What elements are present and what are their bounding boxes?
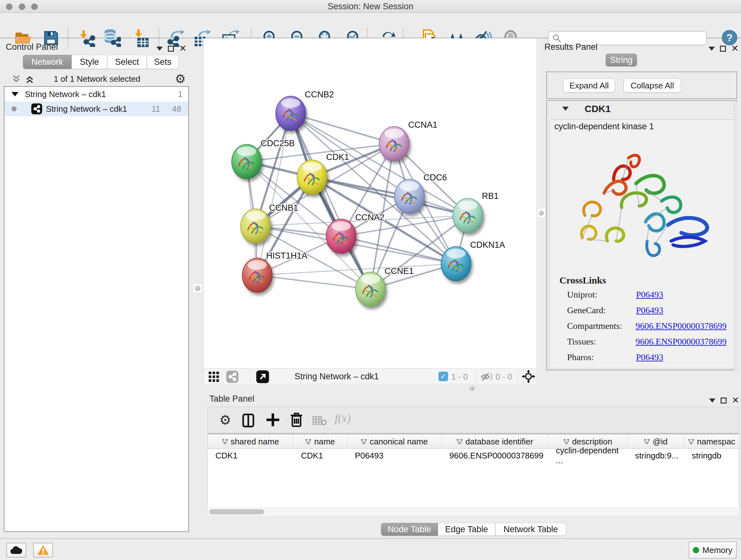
column-type-icon: [456, 439, 463, 444]
panel-float-icon[interactable]: [168, 46, 174, 52]
results-scrollbar[interactable]: [734, 102, 737, 370]
graph-edge[interactable]: [291, 113, 394, 144]
tab-network[interactable]: Network: [23, 55, 71, 69]
cloud-icon: [10, 546, 23, 555]
panel-close-icon[interactable]: ✕: [179, 44, 186, 53]
graph-node-hist1h1a[interactable]: [242, 258, 272, 293]
crosslink-link[interactable]: P06493: [636, 290, 664, 300]
panel-close-icon[interactable]: ✕: [731, 44, 738, 53]
main-toolbar: ?: [0, 13, 741, 38]
graph-node-label: CDKN1A: [470, 240, 505, 250]
memory-button[interactable]: Memory: [689, 542, 737, 559]
pan-crosshair-icon[interactable]: [522, 370, 535, 383]
table-cell[interactable]: CDK1: [293, 449, 347, 462]
protein-description: cyclin-dependent kinase 1: [554, 122, 654, 132]
tab-edge-table[interactable]: Edge Table: [438, 523, 495, 536]
network-status-dot: [11, 106, 17, 111]
column-header-database-identifier[interactable]: database identifier: [442, 434, 548, 449]
control-panel: Control Panel ✕ Network Style Select Set…: [3, 40, 192, 535]
warnings-button[interactable]: [33, 543, 53, 557]
crosslink-row: Tissues:9606.ENSP00000378699: [567, 336, 727, 347]
crosslink-link[interactable]: P06493: [636, 352, 664, 362]
collapse-all-button[interactable]: Collapse All: [623, 78, 681, 92]
network-edge-count: 48: [172, 104, 181, 114]
table-cell[interactable]: P06493: [347, 449, 442, 462]
table-columns-icon[interactable]: [242, 414, 254, 428]
table-horizontal-scrollbar[interactable]: [208, 508, 738, 515]
crosslink-link[interactable]: 9606.ENSP00000378699: [636, 336, 727, 347]
scrollbar-thumb[interactable]: [209, 509, 264, 514]
cloud-button[interactable]: [6, 543, 26, 557]
panel-collapse-icon[interactable]: [709, 47, 715, 51]
column-header-name[interactable]: name: [293, 434, 347, 449]
function-builder-icon-disabled: f(x): [335, 412, 351, 425]
table-cell[interactable]: stringdb: [684, 449, 739, 462]
crosslink-link[interactable]: P06493: [636, 305, 664, 315]
table-cell[interactable]: stringdb:9...: [627, 449, 684, 462]
graph-node-cdc6[interactable]: [394, 179, 424, 213]
graph-edge[interactable]: [291, 113, 370, 289]
collection-expand-icon[interactable]: [11, 92, 18, 97]
graph-node-label: CCNB2: [305, 90, 334, 99]
tab-network-table[interactable]: Network Table: [495, 523, 566, 536]
tab-node-table[interactable]: Node Table: [381, 523, 438, 536]
network-collection-row[interactable]: String Network – cdk1 1: [4, 87, 188, 102]
results-panel: Results Panel ✕ String Expand All Collap…: [542, 40, 741, 372]
left-splitter-handle[interactable]: [193, 284, 202, 293]
tab-sets[interactable]: Sets: [147, 55, 179, 69]
results-buttons-box: Expand All Collapse All: [546, 71, 737, 99]
panel-close-icon[interactable]: ✕: [732, 396, 739, 405]
column-header-canonical-name[interactable]: canonical name: [347, 434, 442, 449]
network-share-icon: [31, 104, 42, 114]
column-header--id[interactable]: @id: [627, 434, 684, 449]
network-canvas[interactable]: CCNB2CCNA1CDC25BCDK1CDC6RB1CCNB1CCNA2CDK…: [203, 38, 536, 368]
network-view-toolbar: String Network – cdk1 ✓ 1 - 0 0 - 0: [203, 368, 536, 384]
graph-node-ccnb1[interactable]: [241, 209, 271, 243]
network-birdseye-share-icon[interactable]: [226, 371, 239, 383]
column-header-namespac[interactable]: namespac: [684, 434, 739, 449]
crosslink-link[interactable]: 9606.ENSP00000378699: [636, 321, 727, 331]
graph-node-rb1[interactable]: [453, 198, 483, 233]
graph-node-ccnb2[interactable]: [276, 96, 306, 131]
panel-float-icon[interactable]: [720, 46, 726, 52]
detach-view-icon[interactable]: [256, 370, 269, 383]
crosslink-label: Compartments:: [567, 321, 636, 331]
grid-view-icon[interactable]: [208, 371, 219, 382]
graph-node-ccna1[interactable]: [379, 126, 409, 161]
selected-checkbox-icon[interactable]: ✓: [439, 372, 448, 381]
bottom-splitter-handle[interactable]: [469, 386, 475, 391]
table-cell[interactable]: cyclin-dependent ...: [548, 449, 627, 462]
graph-node-cdkn1a[interactable]: [441, 246, 471, 281]
network-selected-status: 1 of 1 Network selected: [3, 74, 192, 84]
crosslinks-title: CrossLinks: [559, 275, 606, 286]
panel-collapse-icon[interactable]: [156, 47, 163, 51]
network-row[interactable]: String Network – cdk1 11 48: [4, 102, 188, 116]
graph-node-ccne1[interactable]: [355, 272, 386, 307]
table-cell[interactable]: 9606.ENSP00000378699: [442, 449, 548, 462]
table-cell[interactable]: CDK1: [208, 449, 293, 462]
delete-table-icon-disabled: [313, 415, 327, 426]
graph-node-ccna2[interactable]: [326, 219, 356, 253]
graph-node-label: HIST1H1A: [266, 251, 307, 260]
tab-string[interactable]: String: [606, 54, 637, 66]
graph-node-cdk1[interactable]: [297, 160, 327, 194]
column-header-shared-name[interactable]: shared name: [208, 434, 293, 449]
expand-all-button[interactable]: Expand All: [563, 78, 615, 92]
table-add-icon[interactable]: [266, 413, 280, 427]
tab-select[interactable]: Select: [107, 55, 147, 69]
panel-collapse-icon[interactable]: [709, 398, 716, 402]
column-type-icon: [688, 439, 694, 444]
protein-expand-icon[interactable]: [562, 107, 569, 111]
graph-edge[interactable]: [257, 275, 370, 289]
network-options-gear-icon[interactable]: ⚙: [175, 73, 186, 85]
graph-node-label: CDK1: [326, 152, 349, 162]
crosslink-label: Pharos:: [567, 352, 636, 362]
panel-float-icon[interactable]: [721, 397, 727, 403]
table-settings-gear-icon[interactable]: ⚙: [219, 414, 231, 427]
graph-node-cdc25b[interactable]: [232, 144, 262, 179]
hidden-eye-icon[interactable]: [480, 372, 493, 381]
graph-edge[interactable]: [341, 236, 456, 264]
table-toolbar: ⚙ f(x): [207, 407, 739, 433]
table-delete-trash-icon[interactable]: [290, 412, 303, 428]
tab-style[interactable]: Style: [71, 55, 107, 69]
